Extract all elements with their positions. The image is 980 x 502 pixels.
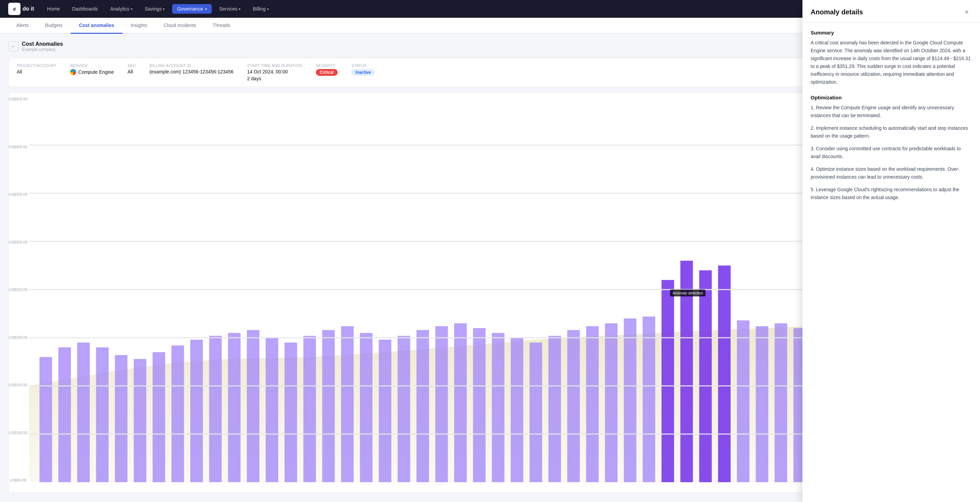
svg-rect-9 (209, 336, 222, 482)
svg-rect-5 (134, 359, 146, 482)
nav-item-billing[interactable]: Billing ▾ (248, 4, 273, 14)
status-label: Status (352, 64, 375, 68)
svg-rect-11 (247, 330, 259, 482)
svg-rect-33 (662, 280, 674, 482)
optimization-item-3: 4. Optimize instance sizes based on the … (811, 165, 972, 181)
sku-value: All (128, 69, 136, 75)
analytics-chevron-icon: ▾ (131, 7, 132, 11)
project-value: All (17, 69, 56, 75)
tab-alerts[interactable]: Alerts (8, 18, 37, 34)
svg-rect-10 (228, 333, 241, 482)
tab-cloud-incidents[interactable]: Cloud incidents (155, 18, 205, 34)
y-label-7: US$100.00 (8, 430, 26, 435)
svg-rect-8 (190, 340, 203, 482)
severity-label: Severity (316, 64, 338, 68)
optimization-item-1: 2. Implement instance scheduling to auto… (811, 124, 972, 140)
page-subtitle: Example company (22, 47, 63, 52)
start-time-value: 14 Oct 2024, 00:00 (247, 69, 302, 75)
svg-rect-37 (737, 320, 749, 482)
nav-item-savings[interactable]: Savings ▾ (140, 4, 170, 14)
y-label-2: US$350.00 (8, 192, 26, 196)
svg-rect-36 (718, 266, 731, 483)
breadcrumb: ← Cost Anomalies Example company (8, 41, 63, 52)
optimization-item-4: 5. Leverage Google Cloud's rightsizing r… (811, 186, 972, 201)
svg-rect-29 (586, 326, 598, 482)
gcp-icon (70, 69, 76, 75)
logo[interactable]: d do it (8, 3, 34, 15)
y-label-5: US$200.00 (8, 335, 26, 339)
svg-rect-4 (115, 355, 127, 482)
metadata-severity: Severity Critical (316, 64, 338, 76)
anomaly-details-panel: Anomaly details × Summary A critical cos… (802, 0, 980, 500)
svg-rect-23 (473, 328, 485, 482)
svg-rect-25 (511, 338, 523, 482)
nav-item-services[interactable]: Services ▾ (215, 4, 245, 14)
svg-rect-32 (643, 317, 655, 482)
y-label-8: US$50.00 (8, 478, 26, 482)
tab-cost-anomalies[interactable]: Cost anomalies (71, 18, 122, 34)
nav-item-dashboards[interactable]: Dashboards (67, 4, 103, 14)
svg-rect-20 (417, 330, 429, 482)
optimization-item-0: 1. Review the Compute Engine usage and i… (811, 104, 972, 120)
metadata-project: Project/Account All (17, 64, 56, 75)
y-label-4: US$250.00 (8, 288, 26, 292)
metadata-start-time: Start time and duration 14 Oct 2024, 00:… (247, 64, 302, 81)
project-label: Project/Account (17, 64, 56, 68)
svg-rect-18 (379, 340, 391, 482)
tab-threads[interactable]: Threads (205, 18, 238, 34)
svg-rect-1 (58, 347, 71, 482)
svg-rect-24 (492, 333, 504, 482)
optimization-title: Optimization (811, 95, 972, 100)
tab-budgets[interactable]: Budgets (37, 18, 71, 34)
svg-rect-28 (567, 330, 580, 482)
summary-text: A critical cost anomaly has been detecte… (811, 39, 972, 86)
billing-label: Billing account ID (150, 64, 234, 68)
svg-rect-13 (285, 343, 297, 482)
chart-y-labels: US$450.00 US$400.00 US$350.00 US$300.00 … (8, 97, 29, 482)
billing-chevron-icon: ▾ (267, 7, 269, 11)
svg-rect-22 (454, 324, 467, 482)
svg-rect-39 (775, 324, 787, 482)
start-time-label: Start time and duration (247, 64, 302, 68)
svg-rect-26 (530, 343, 542, 482)
svg-rect-27 (548, 336, 561, 482)
billing-value: (example.com) 123456-123456-123456 (150, 69, 234, 75)
svg-rect-6 (153, 352, 165, 482)
savings-chevron-icon: ▾ (163, 7, 165, 11)
nav-item-home[interactable]: Home (42, 4, 65, 14)
metadata-status: Status Inactive (352, 64, 375, 76)
duration-value: 2 days (247, 76, 302, 81)
svg-rect-35 (699, 271, 712, 482)
panel-body: Summary A critical cost anomaly has been… (802, 23, 980, 500)
svg-rect-3 (96, 347, 108, 482)
svg-rect-21 (435, 326, 448, 482)
svg-rect-17 (360, 333, 372, 482)
status-badge: Inactive (352, 69, 375, 76)
page-title-group: Cost Anomalies Example company (22, 41, 63, 52)
optimization-item-2: 3. Consider using committed use contract… (811, 145, 972, 161)
svg-rect-16 (341, 326, 354, 482)
panel-close-button[interactable]: × (962, 7, 972, 17)
governance-chevron-icon: ▾ (205, 7, 207, 11)
logo-icon: d (8, 3, 21, 15)
service-label: Service (70, 64, 114, 68)
tab-insights[interactable]: Insights (123, 18, 155, 34)
svg-rect-38 (756, 326, 768, 482)
svg-rect-7 (172, 346, 184, 482)
nav-item-governance[interactable]: Governance ▾ (172, 4, 212, 14)
page-title: Cost Anomalies (22, 41, 63, 47)
metadata-billing: Billing account ID (example.com) 123456-… (150, 64, 234, 75)
metadata-sku: SKU All (128, 64, 136, 75)
svg-rect-12 (266, 338, 278, 482)
y-label-1: US$400.00 (8, 145, 26, 149)
svg-rect-2 (77, 343, 90, 482)
back-button[interactable]: ← (8, 41, 18, 51)
y-label-0: US$450.00 (8, 97, 26, 101)
metadata-service: Service Compute Engine (70, 64, 114, 75)
service-value: Compute Engine (70, 69, 114, 75)
severity-badge: Critical (316, 69, 338, 76)
nav-item-analytics[interactable]: Analytics ▾ (105, 4, 137, 14)
sku-label: SKU (128, 64, 136, 68)
panel-title: Anomaly details (811, 8, 863, 16)
panel-header: Anomaly details × (802, 0, 980, 23)
